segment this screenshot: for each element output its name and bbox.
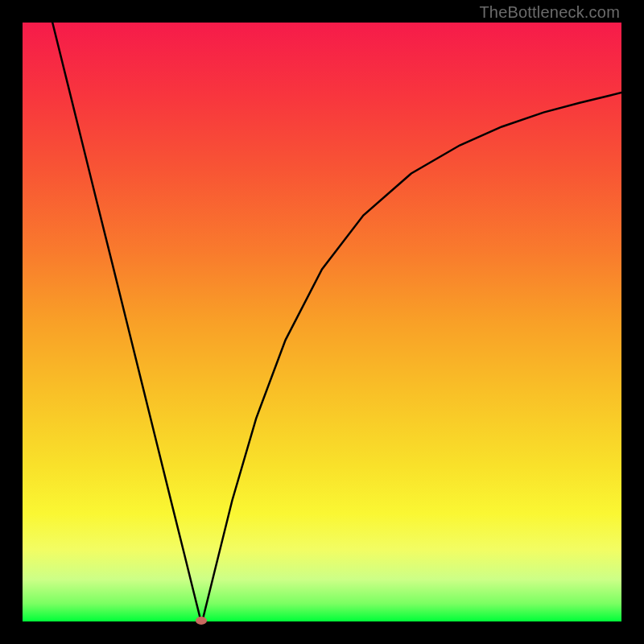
- optimum-marker: [196, 617, 207, 625]
- watermark-text: TheBottleneck.com: [479, 3, 620, 22]
- bottleneck-chart: [23, 23, 621, 621]
- gradient-background: [23, 23, 621, 621]
- chart-frame: [23, 23, 621, 621]
